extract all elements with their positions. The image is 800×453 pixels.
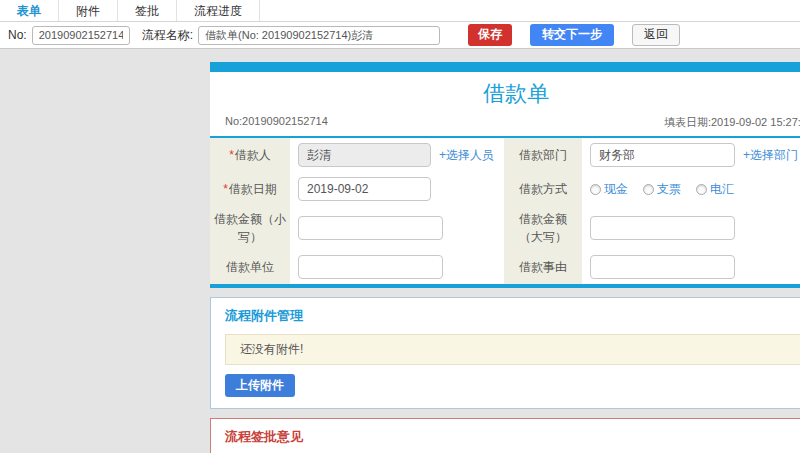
amount-upper-label: 借款金额（大写） (504, 206, 582, 250)
select-department-link[interactable]: +选择部门 (743, 147, 798, 164)
select-person-link[interactable]: +选择人员 (439, 147, 494, 164)
form-meta-row: No:20190902152714 填表日期:2019-09-02 15:27:… (210, 112, 800, 138)
tab-progress[interactable]: 流程进度 (177, 0, 260, 21)
main-content: 借款单 No:20190902152714 填表日期:2019-09-02 15… (210, 49, 800, 453)
next-step-button[interactable]: 转交下一步 (530, 24, 614, 45)
method-option-wire[interactable]: 电汇 (696, 181, 734, 198)
amount-upper-cell (582, 206, 800, 250)
process-name-label: 流程名称: (142, 27, 193, 44)
department-input[interactable] (590, 143, 735, 167)
department-cell: +选择部门 (582, 138, 800, 172)
action-toolbar: No: 流程名称: 保存 转交下一步 返回 (0, 22, 800, 49)
form-no-text: No:20190902152714 (225, 115, 328, 130)
tabbar-spacer (260, 0, 800, 21)
required-mark: * (229, 148, 234, 162)
save-button[interactable]: 保存 (468, 24, 512, 45)
loan-form-panel: 借款单 No:20190902152714 填表日期:2019-09-02 15… (210, 62, 800, 288)
borrower-label: *借款人 (210, 138, 290, 172)
no-input[interactable] (32, 26, 130, 45)
date-cell (290, 172, 504, 206)
reason-label: 借款事由 (504, 250, 582, 284)
process-name-input[interactable] (198, 26, 440, 45)
method-cell: 现金 支票 电汇 (582, 172, 800, 206)
unit-label: 借款单位 (210, 250, 290, 284)
attachment-panel: 流程附件管理 还没有附件! 上传附件 (210, 297, 800, 409)
amount-upper-input[interactable] (590, 216, 735, 240)
amount-lower-label: 借款金额（小写） (210, 206, 290, 250)
no-label: No: (8, 28, 27, 42)
radio-icon[interactable] (590, 184, 601, 195)
tab-bar: 表单 附件 签批 流程进度 (0, 0, 800, 22)
department-label: 借款部门 (504, 138, 582, 172)
form-grid: *借款人 +选择人员 借款部门 +选择部门 *借款日期 借款方式 (210, 138, 800, 288)
borrower-input (298, 143, 431, 167)
back-button[interactable]: 返回 (632, 24, 680, 45)
attachment-title: 流程附件管理 (225, 307, 800, 325)
approval-panel: 流程签批意见 B I abc (210, 418, 800, 453)
required-mark: * (223, 182, 228, 196)
tab-form[interactable]: 表单 (0, 0, 59, 21)
date-label: *借款日期 (210, 172, 290, 206)
no-attachment-message: 还没有附件! (225, 334, 800, 365)
form-title: 借款单 (210, 72, 800, 112)
reason-input[interactable] (590, 255, 735, 279)
radio-icon[interactable] (643, 184, 654, 195)
borrow-date-input[interactable] (298, 177, 431, 201)
amount-lower-cell (290, 206, 504, 250)
unit-cell (290, 250, 504, 284)
form-date-text: 填表日期:2019-09-02 15:27:1 (664, 115, 800, 130)
tab-approval[interactable]: 签批 (118, 0, 177, 21)
approval-title: 流程签批意见 (225, 428, 800, 446)
reason-cell (582, 250, 800, 284)
upload-attachment-button[interactable]: 上传附件 (225, 374, 295, 397)
method-label: 借款方式 (504, 172, 582, 206)
radio-icon[interactable] (696, 184, 707, 195)
amount-lower-input[interactable] (298, 216, 443, 240)
tab-attachment[interactable]: 附件 (59, 0, 118, 21)
method-option-cheque[interactable]: 支票 (643, 181, 681, 198)
form-top-accent-bar (210, 62, 800, 72)
borrower-cell: +选择人员 (290, 138, 504, 172)
method-option-cash[interactable]: 现金 (590, 181, 628, 198)
unit-input[interactable] (298, 255, 443, 279)
